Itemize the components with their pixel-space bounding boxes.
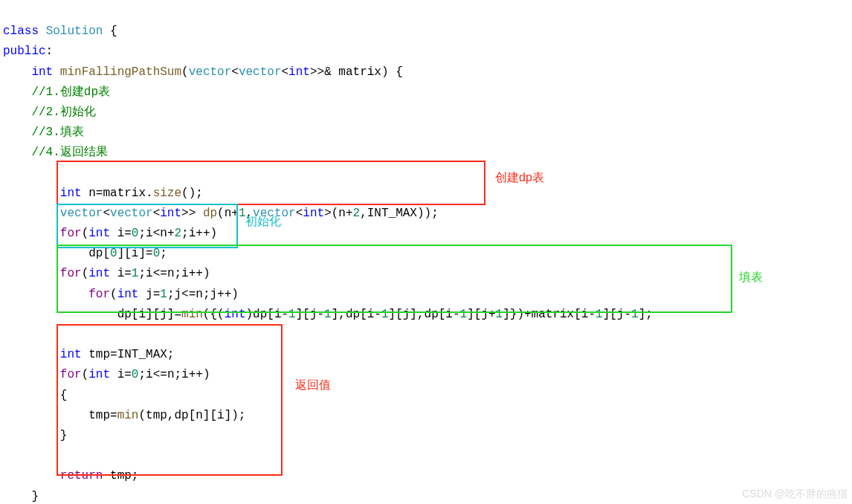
- txt: ;: [160, 247, 167, 260]
- t: int: [303, 207, 324, 220]
- txt: ;i++): [181, 227, 217, 240]
- brace: }: [60, 429, 68, 442]
- brace: ) {: [381, 65, 403, 79]
- n: 1: [496, 308, 503, 321]
- v: dp: [203, 207, 217, 220]
- txt: (n+: [217, 207, 239, 220]
- kw-int: int: [31, 65, 53, 79]
- kw-return: return: [60, 469, 103, 482]
- op: >>: [181, 207, 203, 220]
- t: vector: [110, 207, 153, 220]
- paren: (: [181, 65, 189, 79]
- code-block: class Solution { public: int minFallingP…: [0, 0, 852, 504]
- txt: ],dp[i-: [332, 308, 381, 321]
- txt: i=: [110, 368, 132, 381]
- t: int: [225, 308, 246, 321]
- txt: tmp;: [103, 469, 138, 482]
- fn-size: size: [153, 187, 181, 200]
- op: <: [153, 207, 161, 220]
- label-return: 返回值: [295, 378, 331, 393]
- op: <: [231, 65, 239, 79]
- kw-int: int: [60, 187, 82, 200]
- fn-min: min: [117, 409, 139, 422]
- txt: (tmp,dp[n][i]);: [138, 409, 245, 422]
- colon: :: [46, 45, 54, 58]
- op: (: [110, 288, 117, 301]
- n: 2: [353, 207, 361, 220]
- t: int: [160, 207, 181, 220]
- txt: tmp=INT_MAX;: [82, 348, 175, 361]
- op: <: [282, 65, 289, 79]
- op: <: [296, 207, 303, 220]
- comment-1: //1.创建dp表: [31, 85, 110, 99]
- kw-for: for: [60, 267, 82, 280]
- n: 0: [110, 247, 117, 260]
- label-fill: 填表: [739, 270, 763, 285]
- txt: ,INT_MAX));: [360, 207, 439, 220]
- n: 0: [153, 247, 161, 260]
- txt: ();: [181, 187, 203, 200]
- txt: >(n+: [324, 207, 352, 220]
- t: int: [88, 227, 110, 240]
- comment-4: //4.返回结果: [31, 146, 107, 159]
- txt: dp[: [88, 247, 110, 260]
- op: (: [82, 267, 89, 280]
- txt: i=: [110, 227, 132, 240]
- n: 2: [174, 227, 181, 240]
- txt: ({(: [203, 308, 225, 321]
- brace: {: [103, 25, 117, 38]
- brace: }: [31, 490, 39, 503]
- n: 1: [631, 308, 639, 321]
- kw-class: class: [3, 25, 39, 38]
- txt: )dp[i-: [245, 308, 288, 321]
- kw-public: public: [3, 45, 46, 58]
- n: 1: [288, 308, 296, 321]
- brace: {: [60, 389, 68, 402]
- n: 1: [381, 308, 389, 321]
- txt: ]})+matrix[i-: [503, 308, 596, 321]
- txt: i=: [110, 267, 132, 280]
- op: (: [82, 368, 89, 381]
- kw-for: for: [60, 368, 82, 381]
- t: vector: [60, 207, 103, 220]
- n: 1: [596, 308, 603, 321]
- n: 1: [460, 308, 468, 321]
- txt: ;j<=n;j++): [167, 288, 239, 301]
- txt: tmp=: [88, 409, 117, 422]
- op: >>&: [310, 65, 338, 79]
- n: 1: [160, 288, 167, 301]
- txt: j=: [138, 288, 160, 301]
- txt: dp[i][j]=: [117, 308, 181, 321]
- txt: ;i<=n;i++): [138, 267, 210, 280]
- txt: ][j-: [603, 308, 631, 321]
- op: (: [82, 227, 89, 240]
- kw-int: int: [60, 348, 82, 361]
- txt: n=matrix.: [82, 187, 153, 200]
- t: int: [288, 65, 310, 79]
- fn-name: minFallingPathSum: [60, 65, 181, 79]
- label-create: 创建dp表: [495, 170, 544, 186]
- n: 1: [324, 308, 332, 321]
- t: int: [88, 267, 110, 280]
- t: int: [117, 288, 139, 301]
- kw-for: for: [60, 227, 82, 240]
- fn-min: min: [181, 308, 203, 321]
- watermark: CSDN @吃不胖的熊猫: [742, 488, 848, 501]
- txt: ][j],dp[i-: [389, 308, 460, 321]
- comment-3: //3.填表: [31, 126, 83, 139]
- txt: ;i<=n;i++): [138, 368, 210, 381]
- kw-for: for: [88, 288, 110, 301]
- type-solution: Solution: [46, 25, 103, 38]
- comment-2: //2.初始化: [31, 106, 95, 119]
- txt: ][i]=: [117, 247, 153, 260]
- op: <: [103, 207, 110, 220]
- t: int: [88, 368, 110, 381]
- txt: ];: [639, 308, 653, 321]
- txt: ][j-: [296, 308, 324, 321]
- txt: ;i<n+: [138, 227, 174, 240]
- t: vector: [239, 65, 282, 79]
- t: vector: [189, 65, 232, 79]
- param: matrix: [338, 65, 381, 79]
- label-init: 初始化: [245, 214, 281, 230]
- txt: ][j+: [467, 308, 495, 321]
